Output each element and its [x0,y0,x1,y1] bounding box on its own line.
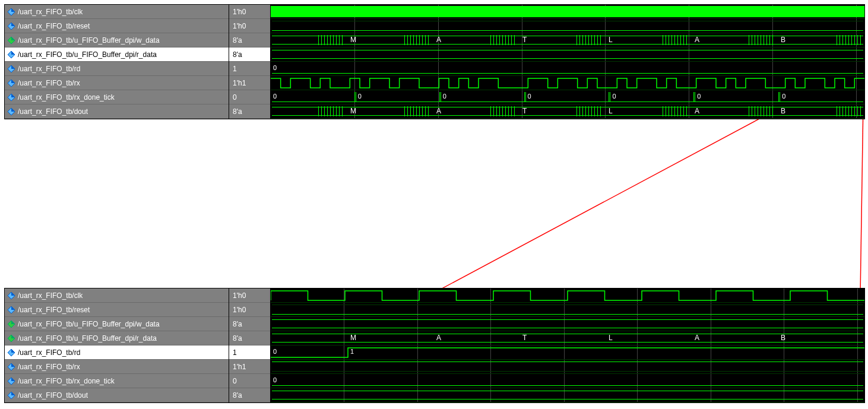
bus-value-label: T [522,107,527,115]
bus-value-label: A [695,36,699,44]
wave-row[interactable] [271,5,864,19]
signal-diamond-icon [7,36,15,45]
signal-row[interactable]: /uart_rx_FIFO_tb/dout [5,388,229,402]
signal-value[interactable]: 1'h0 [229,19,270,33]
bus-value-label: M [350,36,356,44]
wave-row[interactable] [271,303,864,317]
bus-value-label: T [522,36,527,44]
signal-value[interactable]: 1 [229,345,270,360]
bus-value-label: L [609,334,613,342]
wave-row[interactable] [271,288,864,303]
wave-row[interactable]: 01 [271,345,864,360]
bus-value-label: T [522,334,527,342]
signal-row[interactable]: /uart_rx_FIFO_tb/u_FIFO_Buffer_dpi/w_dat… [5,33,229,47]
signal-diamond-icon [7,22,15,30]
signal-value[interactable]: 8'a [229,47,270,62]
signal-row[interactable]: /uart_rx_FIFO_tb/rd [5,62,229,76]
wave-row[interactable]: 0 [271,62,864,76]
signal-name-label: /uart_rx_FIFO_tb/u_FIFO_Buffer_dpi/r_dat… [18,334,157,343]
signal-value-pane[interactable]: 1'h01'h08'a8'a11'h108'a [229,5,271,119]
signal-row[interactable]: /uart_rx_FIFO_tb/clk [5,288,229,303]
signal-name-label: /uart_rx_FIFO_tb/dout [18,391,88,400]
bus-value-label: L [609,107,613,115]
signal-name-pane[interactable]: /uart_rx_FIFO_tb/clk /uart_rx_FIFO_tb/re… [5,5,229,119]
signal-diamond-icon [7,306,15,314]
wave-row[interactable] [271,388,864,402]
signal-value[interactable]: 1'h0 [229,303,270,317]
signal-diamond-icon [7,377,15,385]
signal-name-pane[interactable]: /uart_rx_FIFO_tb/clk /uart_rx_FIFO_tb/re… [5,288,229,402]
signal-name-label: /uart_rx_FIFO_tb/rd [18,65,80,73]
bus-value-label: A [436,334,441,342]
signal-row[interactable]: /uart_rx_FIFO_tb/rx [5,76,229,90]
signal-name-label: /uart_rx_FIFO_tb/u_FIFO_Buffer_dpi/w_dat… [18,320,160,328]
signal-row[interactable]: /uart_rx_FIFO_tb/clk [5,5,229,19]
signal-value[interactable]: 1'h1 [229,360,270,374]
signal-diamond-icon [7,93,15,102]
wave-viewer-bottom: /uart_rx_FIFO_tb/clk /uart_rx_FIFO_tb/re… [4,288,865,403]
signal-diamond-icon [7,391,15,400]
signal-diamond-icon [7,320,15,328]
bus-value-label: B [781,334,785,342]
signal-name-label: /uart_rx_FIFO_tb/u_FIFO_Buffer_dpi/r_dat… [18,50,157,59]
svg-marker-1 [11,8,15,12]
bus-value-label: A [695,107,699,115]
wave-row[interactable]: MATLAB [271,331,864,345]
signal-value[interactable]: 8'a [229,317,270,331]
signal-name-label: /uart_rx_FIFO_tb/clk [18,291,83,300]
signal-row[interactable]: /uart_rx_FIFO_tb/reset [5,303,229,317]
signal-diamond-icon [7,348,15,357]
wave-row[interactable]: MATLAB [271,33,864,47]
waveform-pane[interactable]: MATLAB00000000MATLAB [271,5,864,119]
signal-diamond-icon [7,107,15,116]
signal-value-pane[interactable]: 1'h01'h08'a8'a11'h108'a [229,288,271,402]
signal-row[interactable]: /uart_rx_FIFO_tb/rx_done_tick [5,374,229,388]
wave-value-label: 0 [273,64,277,71]
wave-row[interactable]: 0000000 [271,90,864,104]
signal-value[interactable]: 1'h0 [229,5,270,19]
signal-name-label: /uart_rx_FIFO_tb/rx [18,363,80,371]
bus-value-label: M [350,107,356,115]
signal-row[interactable]: /uart_rx_FIFO_tb/u_FIFO_Buffer_dpi/r_dat… [5,331,229,345]
wave-row[interactable] [271,19,864,33]
signal-name-label: /uart_rx_FIFO_tb/rd [18,348,80,357]
signal-row[interactable]: /uart_rx_FIFO_tb/rd [5,345,229,360]
bus-value-label: B [781,36,785,44]
signal-row[interactable]: /uart_rx_FIFO_tb/rx_done_tick [5,90,229,104]
bus-value-label: A [436,36,441,44]
bus-value-label: A [436,107,441,115]
signal-name-label: /uart_rx_FIFO_tb/dout [18,107,88,116]
signal-diamond-icon [7,65,15,73]
signal-value[interactable]: 1'h0 [229,288,270,303]
signal-row[interactable]: /uart_rx_FIFO_tb/u_FIFO_Buffer_dpi/r_dat… [5,47,229,62]
signal-row[interactable]: /uart_rx_FIFO_tb/reset [5,19,229,33]
bus-value-label: A [695,334,699,342]
signal-row[interactable]: /uart_rx_FIFO_tb/u_FIFO_Buffer_dpi/w_dat… [5,317,229,331]
signal-diamond-icon [7,79,15,87]
signal-value[interactable]: 8'a [229,331,270,345]
signal-name-label: /uart_rx_FIFO_tb/reset [18,22,90,30]
wave-row[interactable] [271,47,864,62]
signal-diamond-icon [7,8,15,16]
wave-row[interactable] [271,360,864,374]
signal-name-label: /uart_rx_FIFO_tb/reset [18,306,90,314]
wave-row[interactable] [271,76,864,90]
wave-row[interactable] [271,317,864,331]
signal-value[interactable]: 8'a [229,104,270,119]
signal-value[interactable]: 8'a [229,33,270,47]
wave-value-label: 0 [273,376,277,383]
signal-value[interactable]: 1'h1 [229,76,270,90]
signal-diamond-icon [7,50,15,59]
bus-value-label: M [350,334,356,342]
wave-row[interactable]: 0 [271,374,864,388]
signal-name-label: /uart_rx_FIFO_tb/rx [18,79,80,87]
signal-row[interactable]: /uart_rx_FIFO_tb/dout [5,104,229,119]
wave-row[interactable]: MATLAB [271,104,864,119]
signal-row[interactable]: /uart_rx_FIFO_tb/rx [5,360,229,374]
wave-viewer-top: /uart_rx_FIFO_tb/clk /uart_rx_FIFO_tb/re… [4,4,865,119]
signal-value[interactable]: 0 [229,374,270,388]
signal-value[interactable]: 1 [229,62,270,76]
signal-value[interactable]: 0 [229,90,270,104]
signal-value[interactable]: 8'a [229,388,270,402]
waveform-pane[interactable]: MATLAB010 [271,288,864,402]
